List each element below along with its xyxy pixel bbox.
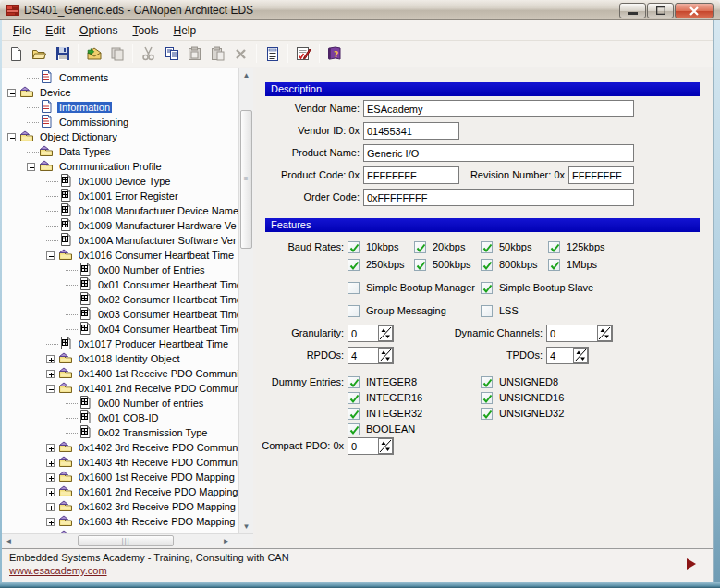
menu-help[interactable]: Help bbox=[165, 22, 203, 39]
checkbox[interactable] bbox=[481, 259, 493, 271]
tree-item[interactable]: 0x1008 Manufacturer Device Name bbox=[2, 203, 238, 218]
collapse-icon[interactable] bbox=[46, 251, 55, 260]
expand-icon[interactable] bbox=[46, 473, 55, 482]
tree-item[interactable]: 0x1000 Device Type bbox=[2, 174, 238, 189]
open-icon[interactable] bbox=[29, 43, 50, 65]
dynamic-channels-spinner[interactable] bbox=[597, 325, 612, 341]
checkbox[interactable] bbox=[414, 241, 426, 253]
checkbox[interactable] bbox=[348, 408, 360, 420]
minimize-button[interactable] bbox=[619, 3, 646, 18]
expand-icon[interactable] bbox=[46, 503, 55, 511]
checkbox[interactable] bbox=[481, 408, 493, 420]
expand-icon[interactable] bbox=[46, 444, 55, 452]
tree-horizontal-scrollbar[interactable]: ◄ ||| ► bbox=[2, 533, 253, 547]
tree-item[interactable]: 0x01 Consumer Heartbeat Time bbox=[2, 277, 238, 292]
vertical-scroll-thumb[interactable]: ≡ bbox=[240, 110, 252, 249]
tree-item[interactable]: 0x1401 2nd Receive PDO Commur bbox=[2, 381, 238, 396]
checkbox[interactable] bbox=[414, 259, 426, 271]
checkbox[interactable] bbox=[348, 423, 360, 435]
checkbox-field: 500kbps bbox=[414, 257, 471, 272]
product-name-input[interactable] bbox=[363, 144, 634, 162]
export-eds-icon[interactable] bbox=[83, 43, 104, 65]
expand-icon[interactable] bbox=[46, 459, 55, 467]
tree-item[interactable]: Commissioning bbox=[2, 115, 238, 129]
tpdos-spinner[interactable] bbox=[573, 348, 588, 363]
checkbox[interactable] bbox=[481, 305, 493, 317]
tree-item[interactable]: 0x1603 4th Receive PDO Mapping bbox=[2, 514, 238, 529]
order-code-input[interactable] bbox=[363, 189, 634, 206]
expand-icon[interactable] bbox=[46, 488, 55, 496]
horizontal-scroll-thumb[interactable]: ||| bbox=[78, 535, 174, 546]
checkbox[interactable] bbox=[348, 259, 360, 271]
tree-item[interactable]: Device bbox=[2, 85, 238, 100]
tree-item[interactable]: 0x1403 4th Receive PDO Commun bbox=[2, 455, 238, 470]
checkbox[interactable] bbox=[348, 305, 360, 317]
tree-item[interactable]: 0x1400 1st Receive PDO Communi bbox=[2, 366, 238, 381]
vendor-name-input[interactable] bbox=[363, 100, 634, 117]
tree-item[interactable]: Data Types bbox=[2, 144, 238, 159]
checkbox[interactable] bbox=[481, 241, 493, 253]
scroll-left-arrow[interactable]: ◄ bbox=[2, 534, 16, 547]
tree-item[interactable]: 0x1602 3rd Receive PDO Mapping bbox=[2, 499, 238, 514]
close-button[interactable] bbox=[675, 3, 714, 18]
tree-item[interactable]: 0x1601 2nd Receive PDO Mapping bbox=[2, 484, 238, 499]
compact-pdo-spinner[interactable] bbox=[378, 438, 393, 454]
tree-item[interactable]: 0x1018 Identity Object bbox=[2, 351, 238, 366]
tree-item[interactable]: Comments bbox=[2, 70, 238, 85]
tree-item[interactable]: Information bbox=[2, 100, 238, 115]
tree-item[interactable]: 0x02 Transmission Type bbox=[2, 425, 238, 440]
save-icon[interactable] bbox=[52, 43, 73, 65]
menu-options[interactable]: Options bbox=[72, 22, 125, 39]
checkbox[interactable] bbox=[348, 282, 360, 294]
tree-item[interactable]: 0x03 Consumer Heartbeat Time bbox=[2, 307, 238, 322]
tree-item[interactable]: Communication Profile bbox=[2, 159, 238, 174]
checkbox[interactable] bbox=[348, 376, 360, 388]
checkbox[interactable] bbox=[548, 241, 560, 253]
tree-item[interactable]: 0x1009 Manufacturer Hardware Ve bbox=[2, 218, 238, 233]
check-eds-icon[interactable] bbox=[293, 43, 314, 65]
copy-icon[interactable] bbox=[161, 43, 182, 65]
tree-item[interactable]: 0x1402 3rd Receive PDO Commun bbox=[2, 440, 238, 455]
granularity-spinner[interactable] bbox=[378, 325, 393, 341]
tree-item[interactable]: 0x1017 Producer Heartbeat Time bbox=[2, 337, 238, 351]
tree-item[interactable]: 0x02 Consumer Heartbeat Time bbox=[2, 292, 238, 307]
tree-item[interactable]: 0x00 Number of Entries bbox=[2, 263, 238, 277]
tree-item[interactable]: Object Dictionary bbox=[2, 129, 238, 144]
tree-item[interactable]: 0x00 Number of entries bbox=[2, 396, 238, 410]
collapse-icon[interactable] bbox=[7, 133, 16, 141]
scroll-down-arrow[interactable]: ▼ bbox=[239, 520, 253, 533]
collapse-icon[interactable] bbox=[27, 163, 35, 171]
report-icon[interactable] bbox=[262, 43, 283, 65]
collapse-icon[interactable] bbox=[7, 89, 16, 97]
titlebar[interactable]: DS401_Generic.eds - CANopen Architect ED… bbox=[0, 0, 720, 20]
collapse-icon[interactable] bbox=[46, 385, 55, 393]
menu-edit[interactable]: Edit bbox=[38, 22, 72, 39]
revision-number-input[interactable] bbox=[568, 166, 634, 184]
maximize-button[interactable] bbox=[647, 3, 674, 18]
vendor-id-input[interactable] bbox=[363, 122, 459, 140]
rpdos-spinner[interactable] bbox=[378, 348, 393, 363]
checkbox[interactable] bbox=[481, 282, 493, 294]
tree-vertical-scrollbar[interactable]: ▲ ≡ ▼ bbox=[238, 68, 253, 533]
scroll-right-arrow[interactable]: ► bbox=[219, 534, 233, 547]
tree-item[interactable]: 0x1001 Error Register bbox=[2, 189, 238, 203]
scroll-up-arrow[interactable]: ▲ bbox=[239, 68, 253, 82]
expand-icon[interactable] bbox=[46, 518, 55, 526]
help-icon[interactable]: ? bbox=[324, 43, 346, 65]
checkbox[interactable] bbox=[348, 392, 360, 404]
tree-item[interactable]: 0x1600 1st Receive PDO Mapping bbox=[2, 470, 238, 484]
checkbox[interactable] bbox=[548, 259, 560, 271]
menu-tools[interactable]: Tools bbox=[125, 22, 165, 39]
website-link[interactable]: www.esacademy.com bbox=[9, 565, 107, 576]
menu-file[interactable]: File bbox=[6, 22, 38, 39]
tree-item[interactable]: 0x1016 Consumer Heartbeat Time bbox=[2, 248, 238, 263]
new-icon[interactable] bbox=[6, 43, 27, 65]
checkbox[interactable] bbox=[481, 392, 493, 404]
tree-item[interactable]: 0x04 Consumer Heartbeat Time bbox=[2, 322, 238, 337]
checkbox[interactable] bbox=[481, 376, 493, 388]
tree-item[interactable]: 0x01 COB-ID bbox=[2, 410, 238, 425]
checkbox[interactable] bbox=[348, 241, 360, 253]
tree-item[interactable]: 0x100A Manufacturer Software Ver bbox=[2, 233, 238, 248]
expand-icon[interactable] bbox=[46, 355, 55, 363]
expand-icon[interactable] bbox=[46, 370, 55, 378]
